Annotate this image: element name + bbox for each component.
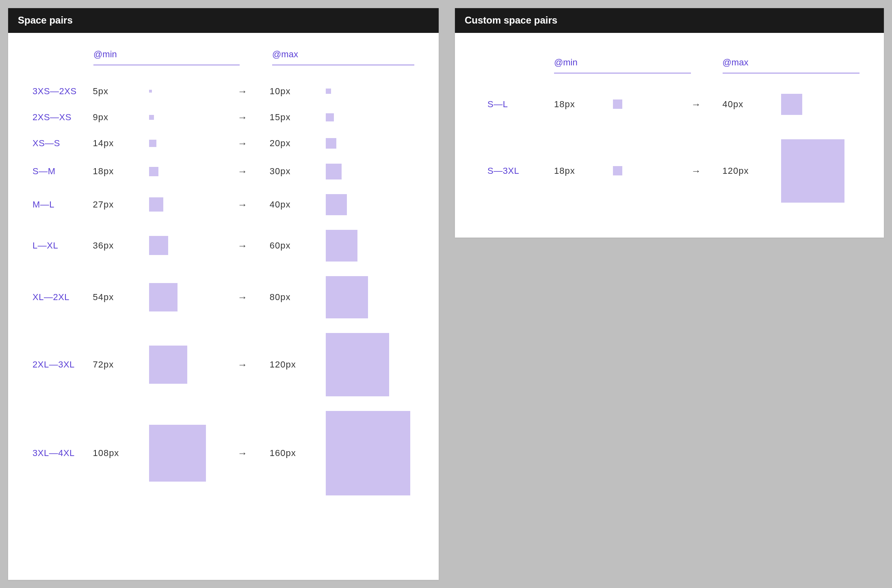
space-pairs-table: @min @max 3XS—2XS 5px → 10px 2XS—XS 9px … xyxy=(8,33,439,522)
pair-label-link[interactable]: L—XL xyxy=(32,240,58,251)
pair-label-link[interactable]: XL—2XL xyxy=(32,292,69,302)
table-row: 2XL—3XL 72px → 120px xyxy=(32,333,414,396)
max-value: 30px xyxy=(270,166,326,177)
min-swatch xyxy=(613,166,622,175)
min-swatch xyxy=(149,167,158,176)
max-value: 40px xyxy=(270,199,326,210)
max-swatch xyxy=(781,94,802,115)
col-header-min: @min xyxy=(554,57,691,74)
table-row: S—L 18px → 40px xyxy=(487,94,860,115)
table-header-row: @min @max xyxy=(32,49,414,65)
table-row: M—L 27px → 40px xyxy=(32,194,414,215)
table-row: S—M 18px → 30px xyxy=(32,164,414,179)
max-value: 80px xyxy=(270,292,326,303)
max-swatch xyxy=(326,411,410,495)
table-row: XL—2XL 54px → 80px xyxy=(32,276,414,318)
pair-label-link[interactable]: M—L xyxy=(32,199,54,210)
min-swatch xyxy=(149,90,152,93)
arrow-icon: → xyxy=(238,166,270,177)
space-pairs-panel: Space pairs @min @max 3XS—2XS 5px → 10px… xyxy=(8,8,439,580)
min-swatch xyxy=(149,346,187,384)
max-swatch xyxy=(781,139,844,203)
min-value: 5px xyxy=(93,86,149,97)
arrow-icon: → xyxy=(238,240,270,251)
pair-label-link[interactable]: S—M xyxy=(32,166,56,176)
min-value: 36px xyxy=(93,240,149,251)
custom-space-pairs-table: @min @max S—L 18px → 40px S—3XL 18px → 1… xyxy=(455,33,884,239)
pair-label-link[interactable]: 3XS—2XS xyxy=(32,86,77,96)
custom-space-pairs-panel: Custom space pairs @min @max S—L 18px → … xyxy=(455,8,884,238)
arrow-icon: → xyxy=(691,165,722,177)
table-row: L—XL 36px → 60px xyxy=(32,230,414,262)
min-swatch xyxy=(149,283,178,311)
max-swatch xyxy=(326,164,342,179)
arrow-icon: → xyxy=(238,447,270,459)
col-header-max: @max xyxy=(272,49,414,65)
arrow-icon: → xyxy=(238,199,270,210)
pair-label-link[interactable]: XS—S xyxy=(32,138,60,148)
min-value: 108px xyxy=(93,448,149,458)
max-value: 60px xyxy=(270,240,326,251)
table-row: XS—S 14px → 20px xyxy=(32,138,414,149)
min-swatch xyxy=(149,140,156,147)
pair-label-link[interactable]: S—3XL xyxy=(487,166,519,176)
max-value: 10px xyxy=(270,86,326,97)
max-swatch xyxy=(326,89,331,94)
arrow-icon: → xyxy=(238,86,270,97)
max-value: 160px xyxy=(270,448,326,458)
min-value: 72px xyxy=(93,359,149,370)
min-value: 18px xyxy=(554,99,613,110)
pair-label-link[interactable]: 2XL—3XL xyxy=(32,359,75,370)
max-swatch xyxy=(326,276,368,318)
min-value: 9px xyxy=(93,112,149,123)
max-value: 15px xyxy=(270,112,326,123)
table-row: 2XS—XS 9px → 15px xyxy=(32,112,414,123)
max-value: 120px xyxy=(270,359,326,370)
max-swatch xyxy=(326,113,334,121)
min-value: 54px xyxy=(93,292,149,303)
min-swatch xyxy=(613,99,622,109)
min-value: 27px xyxy=(93,199,149,210)
arrow-icon: → xyxy=(238,359,270,370)
min-swatch xyxy=(149,236,168,255)
arrow-icon: → xyxy=(691,99,722,110)
panel-title: Custom space pairs xyxy=(455,8,884,33)
col-header-max: @max xyxy=(723,57,860,74)
table-row: 3XL—4XL 108px → 160px xyxy=(32,411,414,495)
max-swatch xyxy=(326,333,389,396)
arrow-icon: → xyxy=(238,138,270,149)
min-value: 18px xyxy=(93,166,149,177)
table-row: 3XS—2XS 5px → 10px xyxy=(32,86,414,97)
max-swatch xyxy=(326,230,357,262)
arrow-icon: → xyxy=(238,112,270,123)
pair-label-link[interactable]: S—L xyxy=(487,99,508,109)
min-value: 14px xyxy=(93,138,149,149)
table-header-row: @min @max xyxy=(487,57,860,74)
pair-label-link[interactable]: 2XS—XS xyxy=(32,112,71,122)
max-swatch xyxy=(326,138,336,149)
max-value: 120px xyxy=(723,166,782,176)
max-value: 20px xyxy=(270,138,326,149)
pair-label-link[interactable]: 3XL—4XL xyxy=(32,448,75,458)
max-swatch xyxy=(326,194,347,215)
min-swatch xyxy=(149,197,163,212)
min-value: 18px xyxy=(554,166,613,176)
min-swatch xyxy=(149,425,206,482)
panel-title: Space pairs xyxy=(8,8,439,33)
min-swatch xyxy=(149,115,154,120)
table-row: S—3XL 18px → 120px xyxy=(487,139,860,203)
col-header-min: @min xyxy=(93,49,240,65)
max-value: 40px xyxy=(723,99,782,110)
arrow-icon: → xyxy=(238,292,270,303)
